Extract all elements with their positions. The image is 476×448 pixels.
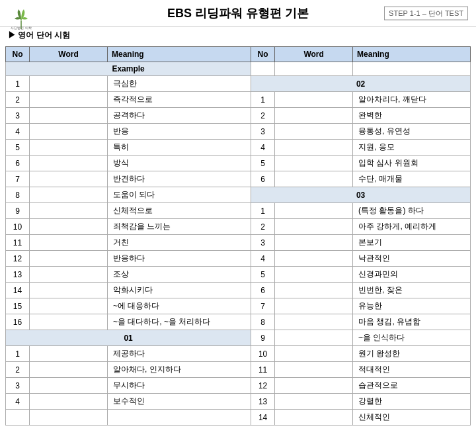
word-cell[interactable] <box>30 187 108 203</box>
meaning-cell: 알아채다, 인지하다 <box>108 362 251 378</box>
word-cell[interactable] <box>275 346 353 362</box>
meaning-cell: 입학 심사 위원회 <box>353 156 471 171</box>
word-cell[interactable] <box>30 314 108 330</box>
meaning-cell: 강렬한 <box>353 394 471 410</box>
row-number: 6 <box>251 171 275 187</box>
subtitle: 영어 단어 시험 <box>0 27 476 44</box>
word-cell[interactable] <box>275 394 353 410</box>
meaning-cell: 신경과민의 <box>353 267 471 283</box>
word-cell[interactable] <box>30 394 108 410</box>
word-cell[interactable] <box>30 203 108 219</box>
word-cell[interactable] <box>30 267 108 283</box>
table-row: 12반응하다4낙관적인 <box>6 251 471 267</box>
meaning-cell: 반응 <box>108 124 251 140</box>
word-cell[interactable] <box>30 140 108 156</box>
table-row: Example <box>6 62 471 76</box>
meaning-cell: 신체적으로 <box>108 203 251 219</box>
word-cell[interactable] <box>30 378 108 394</box>
table-row: 019~을 인식하다 <box>6 330 471 346</box>
row-number: 7 <box>6 171 30 187</box>
word-cell[interactable] <box>275 298 353 314</box>
word-cell[interactable] <box>30 346 108 362</box>
row-number: 9 <box>6 203 30 219</box>
word-cell[interactable] <box>275 171 353 187</box>
word-cell[interactable] <box>275 283 353 298</box>
table-row: 2즉각적으로1알아차리다, 깨닫다 <box>6 92 471 108</box>
meaning-cell: 죄책감을 느끼는 <box>108 219 251 235</box>
row-number: 12 <box>6 251 30 267</box>
table-row: 7반견하다6수단, 매개물 <box>6 171 471 187</box>
word-cell[interactable] <box>30 298 108 314</box>
row-number: 6 <box>6 156 30 171</box>
word-cell[interactable] <box>275 108 353 124</box>
svg-text:사단법인 어학: 사단법인 어학 <box>11 26 31 30</box>
word-cell[interactable] <box>275 203 353 219</box>
table-row: 14악화시키다6빈번한, 잦은 <box>6 283 471 298</box>
word-cell[interactable] <box>275 362 353 378</box>
meaning-cell: 아주 강하게, 예리하게 <box>353 219 471 235</box>
meaning-cell: 마음 챙김, 유념함 <box>353 314 471 330</box>
row-number: 3 <box>251 124 275 140</box>
empty-cell <box>30 410 108 426</box>
word-cell[interactable] <box>30 108 108 124</box>
word-cell[interactable] <box>30 251 108 267</box>
word-cell[interactable] <box>275 267 353 283</box>
row-number: 16 <box>6 314 30 330</box>
col-header-word-right: Word <box>275 47 353 62</box>
word-cell[interactable] <box>275 140 353 156</box>
word-cell[interactable] <box>30 219 108 235</box>
row-number: 7 <box>251 298 275 314</box>
col-header-no-right: No <box>251 47 275 62</box>
table-row: 4보수적인13강렬한 <box>6 394 471 410</box>
word-cell[interactable] <box>275 92 353 108</box>
word-cell[interactable] <box>275 156 353 171</box>
word-cell[interactable] <box>30 76 108 92</box>
table-row: 15~에 대응하다7유능한 <box>6 298 471 314</box>
meaning-cell: 융통성, 유연성 <box>353 124 471 140</box>
word-cell[interactable] <box>30 124 108 140</box>
meaning-cell: 도움이 되다 <box>108 187 251 203</box>
meaning-cell: ~을 인식하다 <box>353 330 471 346</box>
empty-cell <box>251 62 275 76</box>
row-number: 15 <box>6 298 30 314</box>
word-cell[interactable] <box>275 330 353 346</box>
table-row: 10죄책감을 느끼는2아주 강하게, 예리하게 <box>6 219 471 235</box>
word-cell[interactable] <box>275 235 353 251</box>
table-row: 9신체적으로1(특정 활동을) 하다 <box>6 203 471 219</box>
meaning-cell: 특히 <box>108 140 251 156</box>
word-cell[interactable] <box>275 378 353 394</box>
row-number: 6 <box>251 283 275 298</box>
row-number: 1 <box>6 346 30 362</box>
header: 사단법인 어학 EBS 리딩파워 유형편 기본 STEP 1-1 – 단어 TE… <box>0 0 476 27</box>
meaning-cell: 완벽한 <box>353 108 471 124</box>
row-number: 14 <box>251 410 275 426</box>
table-row: 13조상5신경과민의 <box>6 267 471 283</box>
table-row: 8도움이 되다03 <box>6 187 471 203</box>
meaning-cell: 악화시키다 <box>108 283 251 298</box>
logo: 사단법인 어학 <box>8 4 34 30</box>
word-cell[interactable] <box>30 235 108 251</box>
word-cell[interactable] <box>275 219 353 235</box>
word-cell[interactable] <box>275 410 353 426</box>
table-row: 3무시하다12습관적으로 <box>6 378 471 394</box>
word-cell[interactable] <box>30 156 108 171</box>
empty-cell <box>275 62 353 76</box>
empty-cell <box>6 410 30 426</box>
col-header-no-left: No <box>6 47 30 62</box>
word-cell[interactable] <box>275 251 353 267</box>
meaning-cell: 신체적인 <box>353 410 471 426</box>
meaning-cell: 공격하다 <box>108 108 251 124</box>
row-number: 5 <box>251 156 275 171</box>
col-header-word-left: Word <box>30 47 108 62</box>
word-cell[interactable] <box>275 314 353 330</box>
word-cell[interactable] <box>30 171 108 187</box>
section-header-left: Example <box>6 62 251 76</box>
row-number: 2 <box>6 362 30 378</box>
word-cell[interactable] <box>30 362 108 378</box>
word-cell[interactable] <box>275 124 353 140</box>
word-cell[interactable] <box>30 283 108 298</box>
word-cell[interactable] <box>30 92 108 108</box>
table-row: 1극심한02 <box>6 76 471 92</box>
row-number: 3 <box>6 378 30 394</box>
row-number: 2 <box>251 108 275 124</box>
